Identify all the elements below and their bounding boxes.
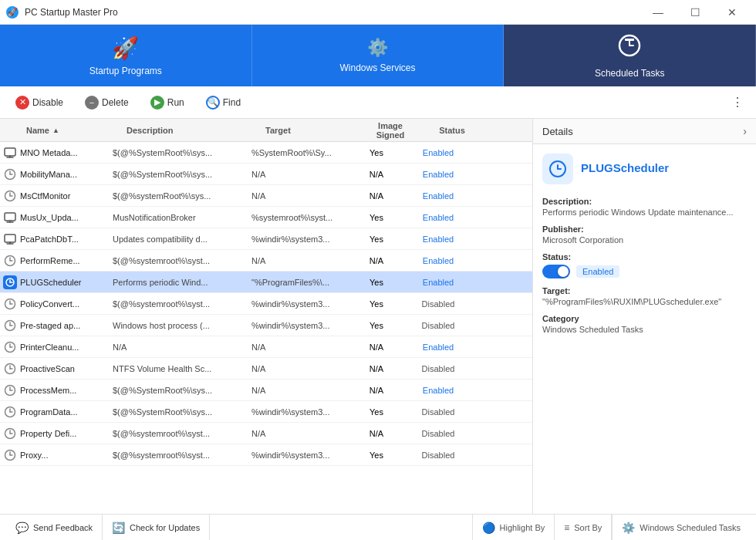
row-signed: N/A xyxy=(346,429,407,438)
row-target: %windir%\system3... xyxy=(245,451,346,460)
status-toggle-label: Enabled xyxy=(576,265,619,278)
row-icon xyxy=(3,232,17,246)
disable-icon: ✕ xyxy=(15,96,29,110)
row-target: %windir%\system3... xyxy=(245,321,346,330)
services-icon: ⚙️ xyxy=(367,38,388,58)
maximize-button[interactable]: ☐ xyxy=(677,0,713,25)
highlight-by-button[interactable]: 🔵 Highlight By xyxy=(472,515,555,540)
table-row[interactable]: MNO Metada... $(@%SystemRoot%\sys... %Sy… xyxy=(0,142,532,164)
details-header: Details › xyxy=(533,119,756,144)
row-desc: $(@%systemroot%\syst... xyxy=(106,299,245,309)
row-signed: Yes xyxy=(346,321,407,330)
minimize-button[interactable]: — xyxy=(640,0,676,25)
highlight-icon: 🔵 xyxy=(482,521,495,534)
row-target: %systemroot%\syst... xyxy=(245,213,346,222)
more-button[interactable]: ⋮ xyxy=(725,91,750,113)
row-target: N/A xyxy=(245,364,346,373)
delete-button[interactable]: − Delete xyxy=(76,92,138,113)
details-body: PLUGScheduler Description: Performs peri… xyxy=(533,144,756,514)
row-name: PrinterCleanu... xyxy=(20,343,106,352)
run-button[interactable]: ▶ Run xyxy=(141,92,194,113)
detail-item-name: PLUGScheduler xyxy=(581,161,669,174)
row-icon xyxy=(3,275,17,289)
row-icon xyxy=(3,427,17,440)
table-row[interactable]: PrinterCleanu... N/A N/A N/A Enabled xyxy=(0,336,532,358)
row-target: %SystemRoot%\Sy... xyxy=(245,148,346,157)
table-row[interactable]: PolicyConvert... $(@%systemroot%\syst...… xyxy=(0,293,532,315)
row-icon xyxy=(3,319,17,332)
run-icon: ▶ xyxy=(150,96,164,110)
status-toggle[interactable] xyxy=(542,265,570,278)
col-header-target[interactable]: Target xyxy=(259,126,359,135)
find-button[interactable]: 🔍 Find xyxy=(197,92,250,113)
row-desc: $(@%systemRoot%\sys... xyxy=(106,191,245,201)
header-icon-spacer xyxy=(3,123,17,137)
table-row[interactable]: MusUx_Upda... MusNotificationBroker %sys… xyxy=(0,207,532,228)
close-button[interactable]: ✕ xyxy=(714,0,750,25)
col-header-name[interactable]: Name ▲ xyxy=(20,126,120,135)
row-icon xyxy=(3,448,17,462)
row-status: Enabled xyxy=(407,170,469,179)
row-desc: $(@%SystemRoot%\sys... xyxy=(106,148,245,157)
row-target: %windir%\system3... xyxy=(245,235,346,244)
tab-tasks[interactable]: Scheduled Tasks xyxy=(504,25,756,86)
table-row[interactable]: Proxy... $(@%systemroot%\syst... %windir… xyxy=(0,444,532,466)
startup-icon: 🚀 xyxy=(112,35,139,61)
table-body[interactable]: MNO Metada... $(@%SystemRoot%\sys... %Sy… xyxy=(0,142,532,514)
disable-button[interactable]: ✕ Disable xyxy=(6,92,73,113)
sort-icon: ≡ xyxy=(564,522,569,533)
row-name: PcaPatchDbT... xyxy=(20,235,106,244)
table-row[interactable]: MobilityMana... $(@%SystemRoot%\sys... N… xyxy=(0,164,532,185)
table-row[interactable]: ProactiveScan NTFS Volume Health Sc... N… xyxy=(0,358,532,380)
tab-services[interactable]: ⚙️ Windows Services xyxy=(252,25,505,86)
row-name: PolicyConvert... xyxy=(20,299,106,309)
tasks-icon xyxy=(617,33,642,63)
detail-description-label: Description: xyxy=(542,197,747,206)
col-header-desc[interactable]: Description xyxy=(120,126,259,135)
details-expand-icon[interactable]: › xyxy=(743,125,747,137)
feedback-button[interactable]: 💬 Send Feedback xyxy=(6,515,103,540)
row-desc: $(@%SystemRoot%\sys... xyxy=(106,170,245,179)
detail-publisher-value: Microsoft Corporation xyxy=(542,235,747,245)
row-icon xyxy=(3,362,17,376)
toggle-thumb xyxy=(558,266,569,277)
row-status: Enabled xyxy=(407,278,469,287)
row-target: N/A xyxy=(245,170,346,179)
row-name: ProactiveScan xyxy=(20,364,106,373)
row-status: Enabled xyxy=(407,386,469,395)
table-row[interactable]: Pre-staged ap... Windows host process (.… xyxy=(0,315,532,336)
row-icon xyxy=(3,340,17,354)
row-status: Disabled xyxy=(407,299,469,309)
table-row[interactable]: PerformReme... $(@%systemroot%\syst... N… xyxy=(0,250,532,272)
row-name: Pre-staged ap... xyxy=(20,321,106,330)
sort-by-button[interactable]: ≡ Sort By xyxy=(555,515,612,540)
row-desc: Performs periodic Wind... xyxy=(106,278,245,287)
table-row[interactable]: Property Defi... $(@%systemroot%\syst...… xyxy=(0,423,532,444)
row-name: MusUx_Upda... xyxy=(20,213,106,222)
row-signed: N/A xyxy=(346,343,407,352)
tab-startup-label: Startup Programs xyxy=(89,66,162,76)
detail-category-section: Category Windows Scheduled Tasks xyxy=(542,314,747,334)
row-signed: Yes xyxy=(346,148,407,157)
table-row[interactable]: MsCtfMonitor $(@%systemRoot%\sys... N/A … xyxy=(0,185,532,207)
table-row[interactable]: ProgramData... $(@%SystemRoot%\sys... %w… xyxy=(0,401,532,423)
row-signed: Yes xyxy=(346,407,407,417)
find-icon: 🔍 xyxy=(206,96,220,110)
row-name: PerformReme... xyxy=(20,256,106,265)
detail-description-section: Description: Performs periodic Windows U… xyxy=(542,197,747,217)
row-status: Disabled xyxy=(407,364,469,373)
row-icon xyxy=(3,405,17,419)
row-icon xyxy=(3,189,17,203)
tab-startup[interactable]: 🚀 Startup Programs xyxy=(0,25,252,86)
toolbar: ✕ Disable − Delete ▶ Run 🔍 Find ⋮ xyxy=(0,86,756,119)
row-target: N/A xyxy=(245,256,346,265)
col-header-signed[interactable]: Image Signed xyxy=(359,121,421,140)
table-row[interactable]: ProcessMem... $(@%SystemRoot%\sys... N/A… xyxy=(0,380,532,401)
table-area: Name ▲ Description Target Image Signed S… xyxy=(0,119,532,514)
table-row[interactable]: PcaPatchDbT... Updates compatibility d..… xyxy=(0,228,532,250)
details-panel: Details › PLUGScheduler Description: Per… xyxy=(532,119,756,514)
tab-services-label: Windows Services xyxy=(339,62,415,73)
table-row[interactable]: PLUGScheduler Performs periodic Wind... … xyxy=(0,272,532,293)
updates-button[interactable]: 🔄 Check for Updates xyxy=(103,515,210,540)
col-header-status[interactable]: Status xyxy=(421,126,483,135)
